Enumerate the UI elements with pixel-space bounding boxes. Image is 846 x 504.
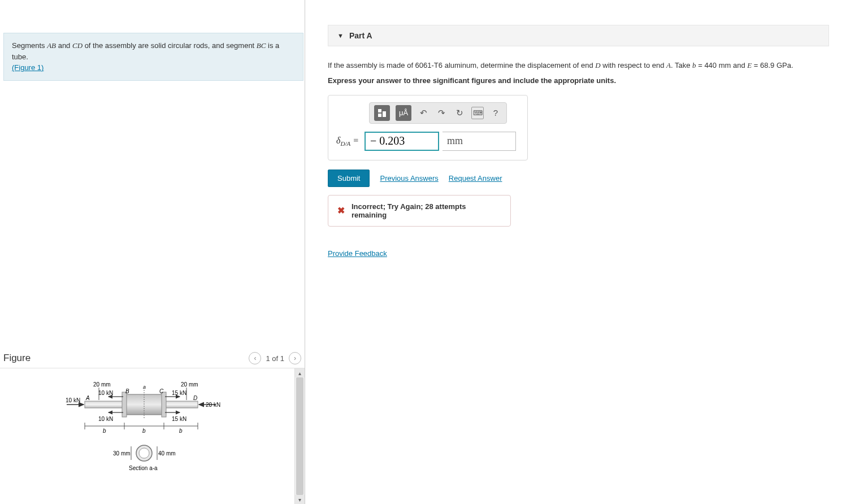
svg-text:B: B: [125, 388, 129, 394]
figure-next-button[interactable]: ›: [289, 352, 301, 364]
svg-text:b: b: [142, 428, 146, 434]
previous-answers-link[interactable]: Previous Answers: [380, 174, 438, 183]
undo-icon[interactable]: ↶: [417, 107, 429, 119]
redo-icon[interactable]: ↷: [435, 107, 448, 119]
incorrect-icon: ✖: [337, 205, 345, 216]
answer-instruction: Express your answer to three significant…: [328, 75, 829, 87]
svg-text:20 kN: 20 kN: [206, 402, 220, 408]
answer-value-input[interactable]: [365, 132, 439, 151]
svg-rect-0: [85, 401, 124, 408]
units-button[interactable]: μÅ: [396, 105, 411, 121]
problem-intro: Segments AB and CD of the assembly are s…: [3, 33, 303, 81]
svg-text:10 kN: 10 kN: [98, 390, 113, 396]
help-icon[interactable]: ?: [489, 107, 502, 119]
answer-toolbar: μÅ ↶ ↷ ↻ ⌨ ?: [369, 102, 507, 124]
svg-rect-1: [164, 401, 198, 408]
submit-button[interactable]: Submit: [328, 170, 370, 187]
svg-text:10 kN: 10 kN: [66, 397, 80, 403]
keyboard-icon[interactable]: ⌨: [471, 107, 484, 119]
svg-text:Section a-a: Section a-a: [129, 465, 158, 471]
svg-rect-45: [383, 111, 386, 117]
part-title: Part A: [349, 31, 372, 40]
seg-ab: AB: [47, 41, 56, 50]
figure-nav-label: 1 of 1: [266, 354, 284, 363]
svg-text:D: D: [193, 395, 197, 401]
svg-text:20 mm: 20 mm: [93, 381, 111, 388]
svg-text:b: b: [179, 428, 183, 434]
svg-text:15 kN: 15 kN: [172, 390, 186, 396]
intro-text: and: [56, 41, 72, 50]
scroll-down-icon[interactable]: ▾: [295, 495, 305, 504]
figure-scrollbar[interactable]: ▴ ▾: [294, 368, 305, 504]
answer-unit-input[interactable]: [442, 132, 516, 151]
svg-text:a: a: [143, 384, 146, 390]
figure-nav: ‹ 1 of 1 ›: [249, 352, 301, 364]
svg-text:10 kN: 10 kN: [98, 416, 113, 422]
seg-bc: BC: [257, 41, 266, 50]
templates-button[interactable]: [374, 105, 390, 121]
scroll-up-icon[interactable]: ▴: [295, 368, 305, 377]
answer-box: μÅ ↶ ↷ ↻ ⌨ ? δD/A =: [328, 95, 528, 160]
request-answer-link[interactable]: Request Answer: [449, 174, 502, 183]
svg-text:40 mm: 40 mm: [158, 450, 176, 457]
figure-image: 20 mm 20 mm 10 kN 10 kN 10 kN 15 kN 15 k…: [62, 380, 232, 494]
svg-text:20 mm: 20 mm: [181, 381, 198, 388]
collapse-caret-icon[interactable]: ▼: [337, 32, 344, 39]
svg-text:b: b: [103, 428, 106, 434]
svg-text:15 kN: 15 kN: [172, 416, 186, 422]
svg-rect-4: [162, 392, 166, 417]
figure-title: Figure: [3, 353, 31, 364]
svg-rect-3: [122, 392, 127, 417]
answer-lhs: δD/A =: [336, 136, 359, 147]
figure-link[interactable]: (Figure 1): [12, 63, 44, 72]
figure-prev-button[interactable]: ‹: [249, 352, 261, 364]
svg-point-20: [139, 448, 149, 458]
svg-rect-44: [378, 109, 381, 112]
feedback-message: ✖ Incorrect; Try Again; 28 attempts rema…: [328, 195, 511, 227]
svg-rect-46: [378, 114, 381, 117]
part-header[interactable]: ▼ Part A: [328, 25, 829, 46]
svg-text:30 mm: 30 mm: [113, 450, 131, 457]
question-text: If the assembly is made of 6061-T6 alumi…: [328, 46, 829, 87]
figure-panel: Figure ‹ 1 of 1 ›: [0, 350, 305, 504]
intro-text: Segments: [12, 41, 47, 50]
feedback-text: Incorrect; Try Again; 28 attempts remain…: [352, 202, 501, 219]
svg-text:A: A: [85, 395, 90, 401]
reset-icon[interactable]: ↻: [453, 107, 466, 119]
intro-text: of the assembly are solid circular rods,…: [83, 41, 257, 50]
svg-text:C: C: [159, 388, 164, 394]
seg-cd: CD: [72, 41, 83, 50]
provide-feedback-link[interactable]: Provide Feedback: [328, 249, 387, 258]
